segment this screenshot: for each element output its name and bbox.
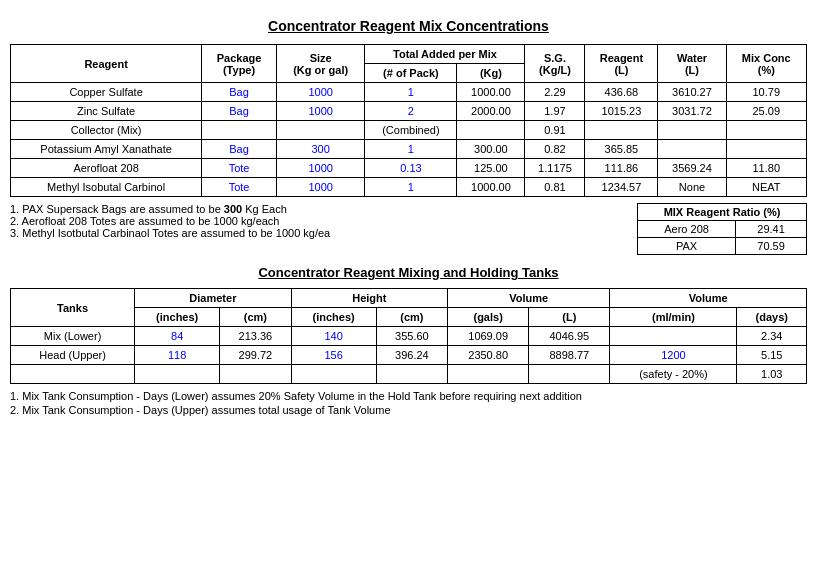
mix-ratio-label: Aero 208: [638, 221, 736, 238]
tanks-row: Head (Upper) 118 299.72 156 396.24 2350.…: [11, 346, 807, 365]
mix-ratio-value: 29.41: [736, 221, 807, 238]
sg-val: 1.1175: [525, 159, 585, 178]
tank-liters: 8898.77: [529, 346, 610, 365]
size-val: 1000: [276, 178, 365, 197]
mix-conc-val: 10.79: [726, 83, 806, 102]
water-l-val: [658, 140, 726, 159]
col-total-added: Total Added per Mix: [365, 45, 525, 64]
package-type: Bag: [202, 102, 277, 121]
reagent-name: Copper Sulfate: [11, 83, 202, 102]
reagent-name: Aerofloat 208: [11, 159, 202, 178]
mix-ratio-table: MIX Reagent Ratio (%) Aero 208 29.41 PAX…: [637, 203, 807, 255]
reagent-name: Collector (Mix): [11, 121, 202, 140]
tank-diam-cm: 213.36: [220, 327, 291, 346]
kg-val: 1000.00: [457, 83, 525, 102]
empty: [220, 365, 291, 384]
size-val: 1000: [276, 83, 365, 102]
mix-conc-val: [726, 121, 806, 140]
col-height: Height: [291, 289, 447, 308]
reagent-l-val: 1234.57: [585, 178, 658, 197]
mix-conc-val: NEAT: [726, 178, 806, 197]
col-water-l: Water(L): [658, 45, 726, 83]
size-val: [276, 121, 365, 140]
table-row: Aerofloat 208 Tote 1000 0.13 125.00 1.11…: [11, 159, 807, 178]
package-type: [202, 121, 277, 140]
tank-height-cm: 396.24: [376, 346, 447, 365]
tank-days: 5.15: [737, 346, 807, 365]
reagent-l-val: 436.68: [585, 83, 658, 102]
tanks-row-safety: (safety - 20%) 1.03: [11, 365, 807, 384]
col-kg: (Kg): [457, 64, 525, 83]
table-row: Zinc Sulfate Bag 1000 2 2000.00 1.97 101…: [11, 102, 807, 121]
tank-height-cm: 355.60: [376, 327, 447, 346]
note-3: 3. Methyl Isotbutal Carbinaol Totes are …: [10, 227, 627, 239]
mix-ratio-title: MIX Reagent Ratio (%): [638, 204, 807, 221]
note-tank-2: 2. Mix Tank Consumption - Days (Upper) a…: [10, 404, 807, 416]
tank-diam-cm: 299.72: [220, 346, 291, 365]
sg-val: 0.82: [525, 140, 585, 159]
tanks-header-row-1: Tanks Diameter Height Volume Volume: [11, 289, 807, 308]
packs-val: 1: [365, 178, 457, 197]
mix-conc-val: 11.80: [726, 159, 806, 178]
col-diam-cm: (cm): [220, 308, 291, 327]
kg-val: 1000.00: [457, 178, 525, 197]
tank-days: 2.34: [737, 327, 807, 346]
mix-ratio-value: 70.59: [736, 238, 807, 255]
water-l-val: 3031.72: [658, 102, 726, 121]
size-val: 1000: [276, 102, 365, 121]
table-row: Potassium Amyl Xanathate Bag 300 1 300.0…: [11, 140, 807, 159]
col-volume-ml: Volume: [610, 289, 807, 308]
reagent-name: Zinc Sulfate: [11, 102, 202, 121]
col-diam-in: (inches): [135, 308, 220, 327]
header-row-1: Reagent Package(Type) Size(Kg or gal) To…: [11, 45, 807, 64]
col-volume-gals: Volume: [448, 289, 610, 308]
safety-note: (safety - 20%): [610, 365, 737, 384]
water-l-val: [658, 121, 726, 140]
col-size: Size(Kg or gal): [276, 45, 365, 83]
note-tank-1: 1. Mix Tank Consumption - Days (Lower) a…: [10, 390, 807, 402]
notes-section-2: 1. Mix Tank Consumption - Days (Lower) a…: [10, 390, 807, 416]
sg-val: 0.81: [525, 178, 585, 197]
tank-days-safety: 1.03: [737, 365, 807, 384]
packs-val: 2: [365, 102, 457, 121]
packs-val: (Combined): [365, 121, 457, 140]
empty: [448, 365, 529, 384]
table-row: Collector (Mix) (Combined) 0.91: [11, 121, 807, 140]
tank-diam-in: 84: [135, 327, 220, 346]
table-row: Copper Sulfate Bag 1000 1 1000.00 2.29 4…: [11, 83, 807, 102]
sg-val: 1.97: [525, 102, 585, 121]
tank-name: Head (Upper): [11, 346, 135, 365]
mix-conc-val: [726, 140, 806, 159]
col-diameter: Diameter: [135, 289, 291, 308]
col-package: Package(Type): [202, 45, 277, 83]
col-reagent-l: Reagent(L): [585, 45, 658, 83]
reagent-table: Reagent Package(Type) Size(Kg or gal) To…: [10, 44, 807, 197]
reagent-l-val: 1015.23: [585, 102, 658, 121]
kg-val: 300.00: [457, 140, 525, 159]
tanks-table: Tanks Diameter Height Volume Volume (inc…: [10, 288, 807, 384]
reagent-l-val: [585, 121, 658, 140]
title2: Concentrator Reagent Mixing and Holding …: [10, 265, 807, 280]
water-l-val: 3569.24: [658, 159, 726, 178]
tank-height-in: 140: [291, 327, 376, 346]
package-type: Bag: [202, 83, 277, 102]
reagent-name: Methyl Isobutal Carbinol: [11, 178, 202, 197]
package-type: Tote: [202, 178, 277, 197]
packs-val: 0.13: [365, 159, 457, 178]
mix-ratio-label: PAX: [638, 238, 736, 255]
col-height-in: (inches): [291, 308, 376, 327]
tank-diam-in: 118: [135, 346, 220, 365]
empty: [376, 365, 447, 384]
sg-val: 0.91: [525, 121, 585, 140]
empty: [135, 365, 220, 384]
mix-conc-val: 25.09: [726, 102, 806, 121]
size-val: 1000: [276, 159, 365, 178]
col-height-cm: (cm): [376, 308, 447, 327]
col-reagent: Reagent: [11, 45, 202, 83]
empty: [291, 365, 376, 384]
col-mix-conc: Mix Conc(%): [726, 45, 806, 83]
tank-gals: 1069.09: [448, 327, 529, 346]
packs-val: 1: [365, 140, 457, 159]
note-2: 2. Aerofloat 208 Totes are assumed to be…: [10, 215, 627, 227]
water-l-val: None: [658, 178, 726, 197]
